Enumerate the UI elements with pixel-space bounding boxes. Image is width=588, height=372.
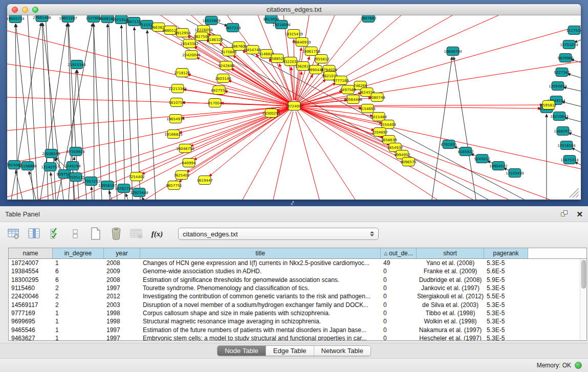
graph-node-label: 16961758 — [302, 50, 320, 54]
citation-edge-red[interactable] — [142, 108, 289, 174]
citation-edge-red[interactable] — [228, 80, 289, 104]
table-row[interactable]: 2242004622012Investigating the contribut… — [9, 292, 580, 300]
graph-node-label: 8454749 — [245, 48, 260, 52]
new-table-icon[interactable] — [89, 227, 102, 240]
graph-node-label: 1854937 — [387, 146, 403, 150]
show-column-icon[interactable] — [28, 227, 41, 240]
citation-edge-black[interactable] — [93, 15, 102, 200]
citation-edge-black[interactable] — [92, 187, 92, 200]
graph-node-label: 19055724 — [7, 17, 25, 21]
citation-edge-black[interactable] — [142, 198, 143, 200]
cell-out_de: 0 — [381, 310, 417, 317]
function-builder-icon[interactable]: f(x) — [150, 227, 164, 240]
citation-edge-black[interactable] — [74, 157, 74, 160]
graph-node-label: 9242848 — [218, 64, 234, 68]
float-panel-icon[interactable] — [561, 210, 569, 217]
cell-in_degree: 1 — [53, 335, 104, 340]
cell-year: 1997 — [104, 326, 140, 334]
cell-year: 2008 — [104, 276, 140, 283]
table-settings-icon[interactable] — [7, 227, 20, 240]
citation-edge-black[interactable] — [216, 22, 227, 26]
column-header-filler — [528, 248, 586, 258]
hide-rows-icon[interactable] — [69, 227, 82, 240]
citation-edge-red[interactable] — [296, 112, 319, 200]
network-view-window[interactable]: citations_edges.txt 19055724276914061065… — [7, 4, 581, 200]
tab-node-table[interactable]: Node Table — [217, 346, 266, 356]
zoom-window-icon[interactable] — [32, 7, 38, 13]
table-row[interactable]: 1872400712008Changes of HCN gene express… — [9, 259, 580, 267]
table-row[interactable]: 946554611997Estimation of the future num… — [9, 325, 580, 334]
citation-edge-red[interactable] — [273, 112, 293, 200]
cell-out_de: 49 — [381, 259, 417, 267]
citation-edge-black[interactable] — [16, 170, 23, 200]
column-header-short[interactable]: short — [417, 248, 484, 258]
citation-edge-black[interactable] — [121, 25, 125, 200]
citation-edge-red[interactable] — [294, 39, 294, 100]
citation-edge-black[interactable] — [147, 30, 156, 200]
column-header-year[interactable]: year — [104, 248, 140, 258]
graph-node-label: 1015489 — [371, 115, 386, 119]
graph-node-label: 19654934 — [166, 117, 185, 121]
scrollbar-thumb[interactable] — [581, 260, 586, 289]
graph-node-label: 2687682 — [360, 16, 376, 20]
table-row[interactable]: 1938455462009Genome-wide association stu… — [9, 267, 580, 275]
citation-edge-red[interactable] — [300, 105, 543, 106]
citation-edge-black[interactable] — [568, 133, 581, 137]
table-row[interactable]: 977716911998Corpus callosum shape and si… — [9, 309, 580, 317]
graph-node-label: 16543382 — [180, 42, 199, 46]
network-canvas[interactable]: 1905572427691406106532871527602646616010… — [7, 15, 581, 200]
cell-short: Dudbridge et al. (2008) — [417, 276, 484, 283]
table-row[interactable]: 1830029562008Estimation of significance … — [9, 276, 580, 284]
citation-edge-black[interactable] — [29, 171, 36, 200]
graph-node-label: 12213383 — [168, 87, 187, 91]
tab-edge-table[interactable]: Edge Table — [266, 346, 314, 356]
column-header-pagerank[interactable]: pagerank — [484, 248, 528, 258]
citation-edge-red[interactable] — [297, 111, 355, 200]
graph-node-label: 22420046 — [182, 53, 201, 57]
table-vertical-scrollbar[interactable] — [580, 259, 586, 340]
citation-edge-black[interactable] — [126, 193, 128, 200]
delete-column-icon[interactable] — [110, 227, 123, 240]
citation-edge-red[interactable] — [186, 109, 289, 172]
table-row[interactable]: 969969511998Structural magnetic resonanc… — [9, 317, 580, 325]
citation-edge-black[interactable] — [572, 148, 581, 152]
select-all-columns-icon[interactable] — [48, 227, 61, 240]
table-row[interactable]: 911546021997Tourette syndrome. Phenomeno… — [9, 284, 580, 292]
cell-title: Genome-wide association studies in ADHD. — [140, 268, 381, 275]
citation-network-graph[interactable]: 1905572427691406106532871527602646616010… — [7, 15, 581, 200]
citation-edge-red[interactable] — [188, 74, 289, 104]
citation-edge-black[interactable] — [126, 15, 133, 200]
column-header-name[interactable]: name — [9, 248, 53, 258]
memory-status-icon[interactable] — [575, 362, 582, 369]
table-row[interactable]: 1456911722003Disruption of a novel membe… — [9, 300, 580, 309]
delete-table-icon-disabled — [130, 227, 143, 240]
citation-edge-black[interactable] — [94, 24, 94, 200]
cell-name: 9465546 — [9, 326, 53, 334]
citation-edge-black[interactable] — [16, 24, 34, 200]
column-header-in_degree[interactable]: in_degree — [53, 248, 104, 258]
citation-edge-red[interactable] — [295, 15, 309, 100]
cell-name: 18300295 — [9, 276, 53, 283]
window-resize-grip[interactable] — [567, 187, 580, 199]
citation-edge-red[interactable] — [110, 108, 289, 200]
citation-edge-red[interactable] — [7, 106, 289, 130]
graph-node-label: 8427552 — [211, 89, 227, 93]
column-header-out_de[interactable]: △out_de... — [381, 248, 417, 258]
citation-edge-black[interactable] — [51, 172, 53, 200]
network-window-titlebar[interactable]: citations_edges.txt — [7, 4, 581, 15]
table-selector-dropdown[interactable]: citations_edges.txt — [178, 228, 379, 240]
tab-network-table[interactable]: Network Table — [314, 346, 371, 356]
citation-edge-red[interactable] — [299, 109, 437, 200]
attribute-table-area: namein_degreeyeartitle△out_de...shortpag… — [0, 246, 588, 343]
attribute-table[interactable]: namein_degreeyeartitle△out_de...shortpag… — [8, 248, 587, 341]
cell-title: Investigating the contribution of common… — [140, 293, 381, 300]
column-header-title[interactable]: title — [140, 248, 381, 258]
cell-name: 18724007 — [9, 259, 53, 267]
table-row[interactable]: 946362711997Embryonic stem cells: a mode… — [9, 334, 580, 340]
minimize-window-icon[interactable] — [22, 7, 28, 13]
graph-node-label: 8994957 — [394, 153, 410, 157]
citation-edge-red[interactable] — [299, 108, 403, 159]
close-window-icon[interactable] — [12, 7, 18, 13]
panel-splitter-handle[interactable]: ▞ — [289, 202, 296, 205]
close-panel-icon[interactable]: ✕ — [576, 210, 583, 218]
